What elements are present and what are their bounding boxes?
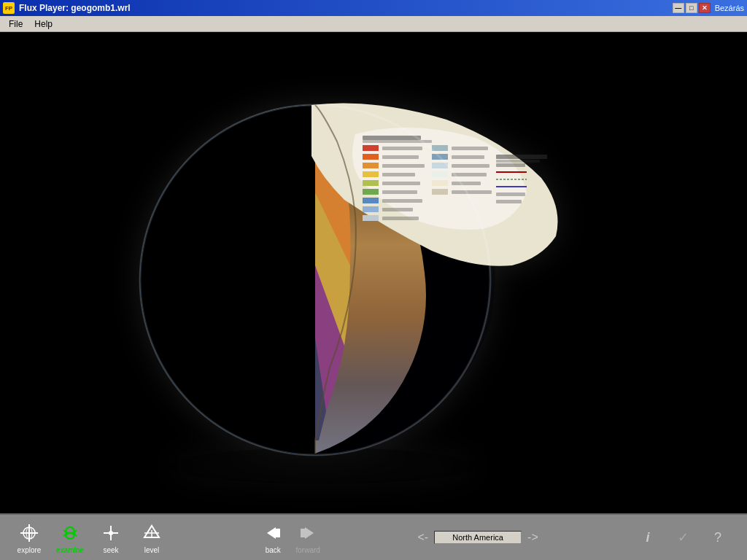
svg-rect-40 bbox=[452, 190, 492, 194]
svg-rect-18 bbox=[363, 206, 379, 212]
svg-rect-63 bbox=[276, 529, 280, 537]
bezaras-label: Bezárás bbox=[715, 3, 744, 13]
question-tool[interactable]: ? bbox=[703, 526, 732, 549]
explore-label: explore bbox=[18, 546, 42, 554]
svg-rect-12 bbox=[363, 154, 379, 160]
toolbar: explore examine seek bbox=[0, 513, 747, 560]
svg-rect-14 bbox=[363, 171, 379, 177]
svg-rect-11 bbox=[363, 145, 379, 151]
app-icon: FP bbox=[3, 2, 15, 14]
svg-rect-16 bbox=[363, 189, 379, 195]
forward-label: forward bbox=[296, 546, 320, 554]
back-icon bbox=[261, 521, 285, 545]
titlebar-left: FP Flux Player: geogomb1.wrl bbox=[3, 2, 131, 14]
info-tool[interactable]: i bbox=[633, 526, 662, 549]
svg-rect-36 bbox=[452, 155, 484, 159]
forward-tool[interactable]: forward bbox=[293, 521, 322, 554]
svg-rect-15 bbox=[363, 180, 379, 186]
globe-container: INDIAI- AUSZTRÁLIAI- LEMEZ CSENDES-ÓCEÁN… bbox=[0, 32, 747, 513]
svg-rect-49 bbox=[496, 155, 547, 159]
nav-right-arrow[interactable]: -> bbox=[525, 529, 541, 545]
svg-rect-20 bbox=[382, 147, 422, 150]
globe-svg: INDIAI- AUSZTRÁLIAI- LEMEZ CSENDES-ÓCEÁN… bbox=[96, 47, 651, 499]
nav-location-group: <- North America -> bbox=[414, 529, 541, 545]
back-tool[interactable]: back bbox=[258, 521, 287, 554]
svg-rect-35 bbox=[452, 147, 488, 150]
menubar: File Help bbox=[0, 16, 747, 32]
forward-icon bbox=[296, 521, 320, 545]
svg-rect-32 bbox=[432, 171, 448, 177]
examine-label: examine bbox=[56, 546, 84, 554]
svg-marker-62 bbox=[267, 527, 276, 539]
svg-rect-17 bbox=[363, 198, 379, 203]
back-label: back bbox=[266, 546, 281, 554]
seek-label: seek bbox=[103, 546, 118, 554]
svg-rect-22 bbox=[382, 164, 425, 168]
explore-icon bbox=[18, 521, 41, 545]
svg-rect-25 bbox=[382, 190, 417, 194]
svg-rect-47 bbox=[496, 192, 525, 196]
level-icon bbox=[140, 521, 163, 545]
maximize-button[interactable]: □ bbox=[686, 3, 697, 13]
titlebar: FP Flux Player: geogomb1.wrl — □ ✕ Bezár… bbox=[0, 0, 747, 16]
svg-rect-37 bbox=[452, 164, 489, 168]
svg-point-58 bbox=[109, 531, 113, 535]
window-title: Flux Player: geogomb1.wrl bbox=[19, 3, 131, 13]
svg-rect-27 bbox=[382, 208, 413, 211]
examine-icon bbox=[58, 521, 82, 545]
close-button[interactable]: ✕ bbox=[699, 3, 711, 13]
minimize-button[interactable]: — bbox=[673, 3, 684, 13]
svg-rect-29 bbox=[432, 145, 448, 151]
check-icon: ✓ bbox=[671, 526, 694, 549]
svg-rect-50 bbox=[496, 160, 540, 163]
level-label: level bbox=[144, 546, 160, 554]
location-display: North America bbox=[434, 531, 522, 544]
svg-marker-65 bbox=[305, 527, 314, 539]
info-group: i ✓ ? bbox=[633, 526, 732, 549]
question-icon: ? bbox=[706, 526, 729, 549]
svg-rect-64 bbox=[301, 529, 305, 537]
svg-rect-24 bbox=[382, 182, 420, 185]
nav-left-arrow[interactable]: <- bbox=[414, 529, 431, 545]
svg-rect-33 bbox=[432, 180, 448, 186]
svg-rect-26 bbox=[382, 199, 422, 203]
tool-group-left: explore examine seek bbox=[15, 521, 166, 554]
viewport: INDIAI- AUSZTRÁLIAI- LEMEZ CSENDES-ÓCEÁN… bbox=[0, 32, 747, 513]
back-forward-group: back forward bbox=[258, 521, 322, 554]
svg-rect-21 bbox=[382, 155, 419, 159]
svg-rect-23 bbox=[382, 173, 415, 176]
svg-rect-48 bbox=[496, 200, 522, 203]
titlebar-controls: — □ ✕ Bezárás bbox=[673, 3, 744, 13]
menu-file[interactable]: File bbox=[3, 18, 28, 31]
menu-help[interactable]: Help bbox=[28, 18, 58, 31]
svg-rect-43 bbox=[496, 163, 525, 167]
svg-rect-19 bbox=[363, 215, 379, 221]
svg-rect-34 bbox=[432, 189, 448, 195]
level-tool[interactable]: level bbox=[137, 521, 166, 554]
svg-rect-28 bbox=[382, 217, 419, 220]
explore-tool[interactable]: explore bbox=[15, 521, 44, 554]
seek-tool[interactable]: seek bbox=[96, 521, 125, 554]
svg-rect-13 bbox=[363, 163, 379, 168]
svg-rect-41 bbox=[363, 136, 421, 140]
info-icon: i bbox=[636, 526, 659, 549]
examine-tool[interactable]: examine bbox=[55, 521, 85, 554]
svg-rect-39 bbox=[452, 182, 481, 185]
check-tool[interactable]: ✓ bbox=[668, 526, 697, 549]
seek-icon bbox=[99, 521, 123, 545]
